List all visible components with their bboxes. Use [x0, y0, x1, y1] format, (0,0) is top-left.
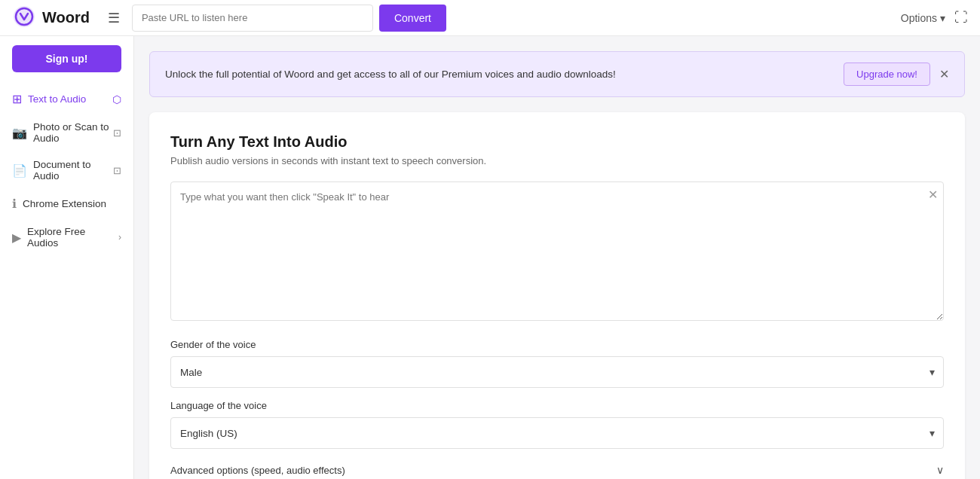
- banner-right: Upgrade now! ✕: [844, 63, 949, 86]
- advanced-options-chevron-icon: ∨: [936, 464, 944, 476]
- upgrade-banner: Unlock the full potential of Woord and g…: [149, 51, 965, 97]
- language-select-wrapper: English (US) English (UK) Spanish French…: [170, 417, 944, 449]
- sidebar-item-document[interactable]: 📄 Document to Audio ⊡: [0, 151, 133, 189]
- text-to-audio-icon: ⊞: [12, 92, 22, 106]
- options-label: Options: [901, 12, 937, 24]
- textarea-wrapper: ✕: [170, 182, 944, 324]
- document-icon: 📄: [12, 163, 27, 178]
- hamburger-button[interactable]: ☰: [102, 7, 126, 29]
- sidebar-label-document: Document to Audio: [33, 159, 113, 182]
- header-right: Options ▾ ⛶: [901, 10, 968, 26]
- expand-button[interactable]: ⛶: [954, 10, 968, 26]
- convert-button[interactable]: Convert: [379, 5, 446, 32]
- banner-close-button[interactable]: ✕: [939, 67, 949, 81]
- sidebar-label-photo-scan: Photo or Scan to Audio: [33, 121, 113, 144]
- gender-select[interactable]: Male Female: [170, 356, 944, 388]
- language-group: Language of the voice English (US) Engli…: [170, 400, 944, 449]
- photo-scan-icon-right: ⊡: [113, 127, 121, 139]
- sidebar-label-text-to-audio: Text to Audio: [28, 93, 86, 105]
- banner-text: Unlock the full potential of Woord and g…: [165, 69, 616, 80]
- sidebar-item-explore-audios[interactable]: ▶ Explore Free Audios ›: [0, 218, 133, 256]
- gender-label: Gender of the voice: [170, 339, 944, 350]
- main-card: Turn Any Text Into Audio Publish audio v…: [149, 112, 965, 479]
- advanced-options-toggle[interactable]: Advanced options (speed, audio effects) …: [170, 461, 944, 479]
- advanced-options-label: Advanced options (speed, audio effects): [170, 465, 345, 476]
- logo-icon: [12, 5, 36, 32]
- upgrade-now-button[interactable]: Upgrade now!: [844, 63, 930, 86]
- header: Woord ☰ Convert Options ▾ ⛶: [0, 0, 980, 36]
- sidebar-item-text-to-audio[interactable]: ⊞ Text to Audio ⬡: [0, 84, 133, 114]
- explore-chevron-icon: ›: [118, 232, 121, 243]
- document-icon-right: ⊡: [113, 165, 121, 176]
- card-title: Turn Any Text Into Audio: [170, 133, 944, 151]
- text-input[interactable]: [170, 182, 944, 321]
- logo-text: Woord: [42, 9, 90, 26]
- gender-select-wrapper: Male Female ▾: [170, 356, 944, 388]
- text-to-audio-indicator: ⬡: [112, 93, 121, 105]
- options-button[interactable]: Options ▾: [901, 12, 945, 24]
- explore-icon: ▶: [12, 230, 21, 245]
- card-subtitle: Publish audio versions in seconds with i…: [170, 155, 944, 166]
- sidebar-item-photo-scan[interactable]: 📷 Photo or Scan to Audio ⊡: [0, 114, 133, 151]
- language-select[interactable]: English (US) English (UK) Spanish French…: [170, 417, 944, 449]
- logo-area: Woord: [12, 5, 90, 32]
- layout: Sign up! ⊞ Text to Audio ⬡ 📷 Photo or Sc…: [0, 36, 980, 479]
- gender-group: Gender of the voice Male Female ▾: [170, 339, 944, 388]
- options-chevron-icon: ▾: [940, 12, 945, 24]
- sidebar: Sign up! ⊞ Text to Audio ⬡ 📷 Photo or Sc…: [0, 36, 134, 479]
- chrome-extension-icon: ℹ: [12, 197, 17, 211]
- url-input[interactable]: [132, 5, 373, 32]
- signup-button[interactable]: Sign up!: [12, 45, 121, 72]
- sidebar-label-chrome: Chrome Extension: [23, 198, 106, 209]
- sidebar-label-explore: Explore Free Audios: [27, 226, 118, 249]
- photo-scan-icon: 📷: [12, 126, 27, 140]
- language-label: Language of the voice: [170, 400, 944, 411]
- main-content: Unlock the full potential of Woord and g…: [134, 36, 980, 479]
- textarea-clear-button[interactable]: ✕: [928, 188, 938, 202]
- sidebar-item-chrome-extension[interactable]: ℹ Chrome Extension: [0, 189, 133, 218]
